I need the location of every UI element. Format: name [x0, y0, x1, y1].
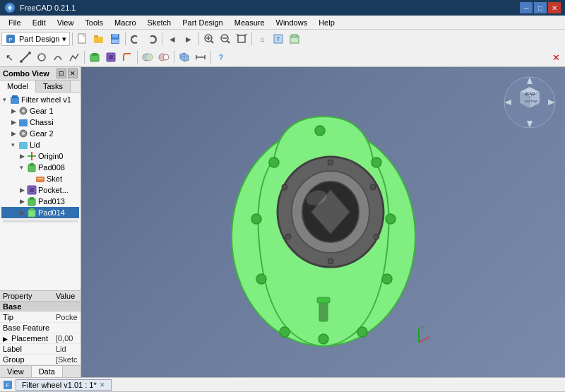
tab-data[interactable]: Data: [32, 366, 63, 377]
part-design-pocket[interactable]: [103, 49, 119, 65]
tree-item-pad008[interactable]: ▾ Pad008: [1, 162, 79, 173]
union-icon: [142, 52, 153, 63]
svg-rect-58: [30, 188, 34, 192]
tree-item-pad013[interactable]: ▶ Pad013: [1, 196, 79, 207]
svg-point-26: [20, 60, 23, 63]
toolbar-row-2: ↖: [0, 48, 565, 66]
menu-item-view[interactable]: View: [52, 16, 80, 29]
tree-label: Chassi: [30, 118, 54, 126]
fillet-button[interactable]: [119, 49, 135, 65]
undo-button[interactable]: [128, 31, 143, 47]
menu-item-measure[interactable]: Measure: [229, 16, 270, 29]
save-button[interactable]: [107, 31, 123, 47]
svg-rect-92: [317, 297, 330, 303]
tree-item-lid[interactable]: ▾ Lid: [1, 139, 79, 150]
tab-close-button[interactable]: ✕: [100, 381, 105, 388]
pad014-icon: [27, 208, 37, 218]
open-button[interactable]: [91, 31, 107, 47]
toolbar-sep-3: [162, 32, 162, 45]
svg-point-90: [282, 184, 287, 190]
prop-value: Pocke: [53, 312, 81, 323]
boolean-cut[interactable]: [156, 49, 172, 65]
measure-button[interactable]: [193, 49, 208, 65]
prop-value: Lid: [53, 344, 81, 355]
close-button[interactable]: ✕: [548, 2, 561, 13]
navigation-cube[interactable]: REAR BOTTOM: [501, 74, 558, 131]
tree-label: Filter wheel v1: [21, 95, 71, 104]
tree-label: Gear 2: [30, 129, 54, 138]
tab-model[interactable]: Model: [0, 81, 36, 93]
close-toolbar-button[interactable]: ✕: [548, 49, 564, 65]
svg-rect-47: [19, 119, 28, 126]
svg-line-16: [227, 41, 230, 43]
tree-item-chassi[interactable]: ▶ Chassi: [1, 117, 79, 128]
pocket-icon: [105, 52, 117, 63]
line-button[interactable]: [18, 49, 33, 65]
menu-item-sketch[interactable]: Sketch: [142, 16, 177, 29]
menu-item-edit[interactable]: Edit: [27, 16, 52, 29]
svg-point-49: [22, 132, 25, 135]
svg-text:P: P: [8, 37, 12, 43]
boolean-union[interactable]: [140, 49, 155, 65]
redo-button[interactable]: [144, 31, 160, 47]
minimize-button[interactable]: ─: [520, 2, 533, 13]
tree-item-origin[interactable]: ▶ Origin0: [1, 150, 79, 162]
view-front-button[interactable]: [287, 31, 302, 47]
properties-table: Property Value Base Tip Pocke Base Featu…: [0, 291, 81, 365]
menu-item-tools[interactable]: Tools: [79, 16, 109, 29]
toolbar-sep-8: [174, 51, 174, 64]
tab-tasks[interactable]: Tasks: [36, 81, 71, 92]
workbench-dropdown[interactable]: P Part Design ▾: [1, 32, 70, 46]
menu-item-help[interactable]: Help: [313, 16, 340, 29]
circle-button[interactable]: [34, 49, 49, 65]
svg-point-89: [285, 234, 291, 239]
view-home-button[interactable]: ⌂: [254, 31, 270, 47]
menubar: FileEditViewToolsMacroSketchPart DesignM…: [0, 16, 565, 30]
svg-text:T: T: [277, 37, 280, 42]
menu-item-windows[interactable]: Windows: [270, 16, 314, 29]
menu-item-part design[interactable]: Part Design: [177, 16, 228, 29]
svg-point-79: [251, 214, 261, 224]
tree-item-filterwheel[interactable]: ▾ Filter wheel v1: [1, 94, 79, 105]
title-left: FreeCAD 0.21.1: [4, 2, 76, 13]
viewport-3d[interactable]: REAR BOTTOM: [81, 67, 565, 377]
view-tab-filterwheel[interactable]: Filter wheel v1.01 : 1* ✕: [16, 379, 112, 391]
zoom-in-button[interactable]: [201, 31, 217, 47]
tree-item-gear1[interactable]: ▶ Gear 1: [1, 105, 79, 117]
combo-close-button[interactable]: ✕: [68, 69, 78, 78]
zoom-out-button[interactable]: [218, 31, 233, 47]
svg-point-85: [328, 160, 333, 165]
3d-model: Y: [210, 88, 436, 357]
svg-rect-5: [94, 35, 98, 37]
combo-view-header: Combo View ⊡ ✕: [0, 67, 81, 81]
part-design-pad[interactable]: [87, 49, 102, 65]
view-top-button[interactable]: T: [270, 31, 286, 47]
left-panel: Combo View ⊡ ✕ Model Tasks ▾ Filter whee…: [0, 67, 81, 377]
tree-item-gear2[interactable]: ▶ Gear 2: [1, 128, 79, 139]
new-button[interactable]: [75, 31, 90, 47]
polyline-button[interactable]: [66, 49, 82, 65]
float-button[interactable]: ⊡: [56, 69, 66, 78]
tab-view[interactable]: View: [0, 366, 32, 377]
pointer-button[interactable]: ↖: [1, 49, 17, 65]
nav-prev-button[interactable]: ◀: [165, 31, 180, 47]
tree-label: Origin0: [38, 152, 63, 160]
menu-item-file[interactable]: File: [3, 16, 27, 29]
props-group-base: Base: [0, 302, 81, 312]
svg-point-74: [382, 274, 392, 284]
toolbar-area: P Part Design ▾ ◀ ▶: [0, 30, 565, 67]
svg-point-70: [269, 158, 279, 167]
view-3d-button[interactable]: [177, 49, 192, 65]
tree-item-pocket[interactable]: ▶ Pocket...: [1, 184, 79, 196]
help-button[interactable]: ?: [213, 49, 229, 65]
menu-item-macro[interactable]: Macro: [109, 16, 142, 29]
maximize-button[interactable]: □: [534, 2, 547, 13]
svg-rect-54: [30, 163, 34, 166]
svg-text:BOTTOM: BOTTOM: [525, 100, 537, 103]
tree-item-pad014[interactable]: ▶ Pad014: [1, 207, 79, 218]
fit-all-button[interactable]: [234, 31, 249, 47]
arc-button[interactable]: [50, 49, 66, 65]
nav-next-button[interactable]: ▶: [181, 31, 196, 47]
prop-row-tip: Tip Pocke: [0, 312, 81, 323]
tree-item-sket[interactable]: Sket: [1, 173, 79, 184]
